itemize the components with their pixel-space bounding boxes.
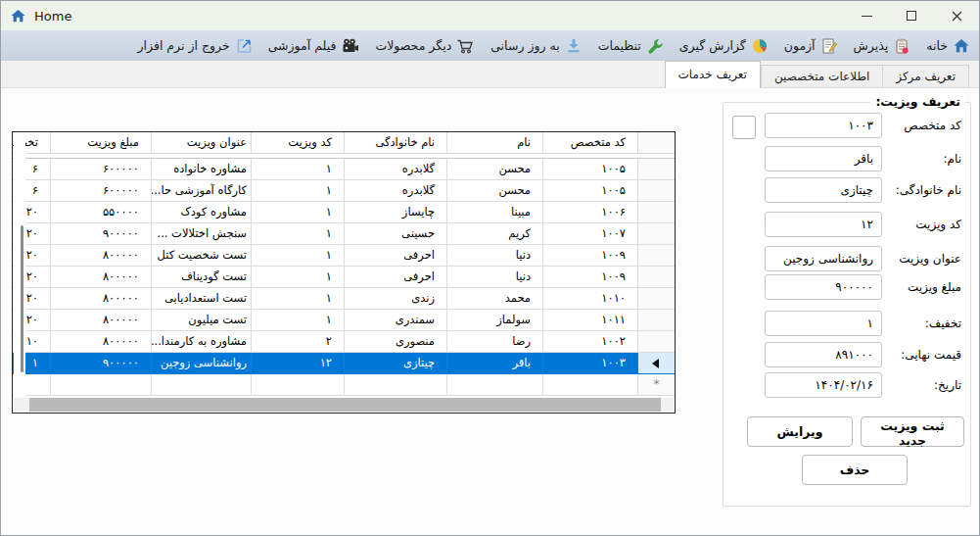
specialist-code-field[interactable] bbox=[765, 113, 882, 138]
submit-visit-button[interactable]: ثبت ویزیت جدید bbox=[861, 416, 964, 447]
table-row[interactable]: ۱۰۰۳باقرچیتازی۱۲روانشناسی زوجین۹۰۰۰۰۰۱ bbox=[12, 353, 675, 374]
delete-button[interactable]: حذف bbox=[802, 455, 908, 485]
table-cell[interactable]: ۸۰۰۰۰۰ bbox=[50, 245, 151, 267]
table-cell[interactable]: باقر bbox=[446, 353, 542, 374]
table-cell[interactable]: سمندری bbox=[344, 310, 446, 331]
visit-code-field[interactable] bbox=[765, 212, 882, 237]
table-row[interactable]: ۱۰۰۶مبیناچایساز۱مشاوره کودک۵۵۰۰۰۰۲۰ bbox=[12, 202, 675, 223]
table-row[interactable]: ۱۰۰۵محسنگلابدره۱مشاوره خانواده۶۰۰۰۰۰۶ bbox=[12, 159, 675, 180]
table-cell[interactable]: ۸۰۰۰۰۰ bbox=[50, 310, 151, 331]
table-cell[interactable]: کریم bbox=[446, 223, 542, 245]
horizontal-scrollbar-thumb[interactable] bbox=[29, 398, 661, 412]
maximize-button[interactable] bbox=[889, 1, 934, 30]
row-header[interactable] bbox=[637, 223, 675, 245]
vertical-scrollbar[interactable] bbox=[14, 133, 25, 397]
table-cell[interactable]: ۱۰۰۹ bbox=[542, 245, 637, 267]
table-cell[interactable]: ۸۰۰۰۰۰ bbox=[50, 267, 151, 288]
table-cell[interactable]: محسن bbox=[446, 180, 542, 202]
toolbar-item-video[interactable]: فیلم آموزشی bbox=[268, 37, 360, 55]
edit-button[interactable]: ویرایش bbox=[747, 416, 853, 447]
table-cell[interactable]: ۱۰۰۲ bbox=[542, 331, 637, 353]
table-cell[interactable]: ۹۰۰۰۰۰ bbox=[50, 353, 151, 374]
toolbar-item-update[interactable]: به روز رسانی bbox=[490, 37, 582, 55]
table-cell[interactable]: ۱ bbox=[251, 288, 344, 310]
table-cell[interactable]: کارگاه آموزشی حا... bbox=[151, 180, 251, 202]
row-header[interactable] bbox=[637, 310, 675, 331]
table-cell[interactable]: ۱۰۰۳ bbox=[542, 353, 637, 374]
final-price-field[interactable] bbox=[765, 342, 882, 367]
row-header[interactable] bbox=[637, 353, 675, 374]
last-name-field[interactable] bbox=[765, 177, 882, 203]
first-name-field[interactable] bbox=[765, 146, 882, 171]
table-cell[interactable]: ۸۰۰۰۰۰ bbox=[50, 331, 151, 353]
table-row[interactable]: ۱۰۱۰محمدزندی۱تست استعدادیابی۸۰۰۰۰۰۲۰ bbox=[12, 288, 675, 310]
table-cell[interactable]: ۱ bbox=[251, 202, 344, 223]
column-header-name[interactable]: نام bbox=[446, 132, 542, 154]
table-cell[interactable]: دنیا bbox=[446, 267, 542, 288]
new-row-header[interactable]: * bbox=[637, 374, 675, 396]
specialist-checkbox[interactable] bbox=[732, 116, 756, 139]
table-cell[interactable]: ۸۰۰۰۰۰ bbox=[50, 288, 151, 310]
table-cell[interactable]: سولماز bbox=[446, 310, 542, 331]
column-header-visit-title[interactable]: عنوان ویزیت bbox=[151, 132, 251, 154]
table-row[interactable]: ۱۰۱۱سولمازسمندری۱تست میلیون۸۰۰۰۰۰۲۰ bbox=[12, 310, 675, 331]
row-header[interactable] bbox=[637, 245, 675, 267]
table-cell[interactable]: مبینا bbox=[446, 202, 542, 223]
toolbar-item-exam[interactable]: آزمون bbox=[784, 37, 838, 55]
vertical-scrollbar-thumb[interactable] bbox=[21, 225, 23, 372]
table-cell[interactable]: ۱۰۰۷ bbox=[542, 223, 637, 245]
table-cell[interactable]: دنیا bbox=[446, 245, 542, 267]
table-cell[interactable]: مشاوره کودک bbox=[151, 202, 251, 223]
table-cell[interactable]: روانشناسی زوجین bbox=[151, 353, 251, 374]
table-cell[interactable]: ۱۰۰۵ bbox=[542, 159, 637, 180]
new-row[interactable]: * bbox=[12, 374, 675, 396]
table-cell[interactable]: ۱ bbox=[251, 180, 344, 202]
table-cell[interactable]: چایساز bbox=[344, 202, 446, 223]
table-cell[interactable]: تست گودیناف bbox=[151, 267, 251, 288]
table-cell[interactable]: سنجش اختلالات ... bbox=[151, 223, 251, 245]
table-cell[interactable]: گلابدره bbox=[344, 180, 446, 202]
table-cell[interactable]: ۱۰۰۶ bbox=[542, 202, 637, 223]
row-header[interactable] bbox=[637, 180, 675, 202]
table-cell[interactable]: ۱۰۰۹ bbox=[542, 267, 637, 288]
table-cell[interactable]: احرفی bbox=[344, 267, 446, 288]
minimize-button[interactable] bbox=[844, 1, 889, 30]
tab-specialists-info[interactable]: اطلاعات متخصصین bbox=[761, 65, 882, 87]
table-cell[interactable]: تست شخصیت کتل bbox=[151, 245, 251, 267]
table-cell[interactable]: مشاوره به کارمندا... bbox=[151, 331, 251, 353]
close-button[interactable] bbox=[934, 1, 979, 30]
column-header-specialist-code[interactable]: کد متخصص bbox=[542, 132, 637, 154]
visit-amount-field[interactable] bbox=[765, 274, 882, 300]
table-row[interactable]: ۱۰۰۷کریمحسینی۱سنجش اختلالات ...۹۰۰۰۰۰۲۰ bbox=[12, 223, 675, 245]
table-cell[interactable]: زندی bbox=[344, 288, 446, 310]
table-row[interactable]: ۱۰۰۹دنیااحرفی۱تست شخصیت کتل۸۰۰۰۰۰۲۰ bbox=[12, 245, 675, 267]
row-header[interactable] bbox=[637, 267, 675, 288]
toolbar-item-admission[interactable]: پذیرش bbox=[854, 37, 911, 55]
table-cell[interactable]: محمد bbox=[446, 288, 542, 310]
table-cell[interactable]: ۱ bbox=[251, 310, 344, 331]
table-cell[interactable]: رضا bbox=[446, 331, 542, 353]
row-header[interactable] bbox=[637, 331, 675, 353]
table-cell[interactable]: ۹۰۰۰۰۰ bbox=[50, 223, 151, 245]
table-row[interactable]: ۱۰۰۲رضامنصوری۲مشاوره به کارمندا...۸۰۰۰۰۰… bbox=[12, 331, 675, 353]
horizontal-scrollbar[interactable] bbox=[14, 398, 674, 412]
table-cell[interactable]: ۱ bbox=[251, 245, 344, 267]
table-cell[interactable]: ۱ bbox=[251, 223, 344, 245]
table-cell[interactable]: تست استعدادیابی bbox=[151, 288, 251, 310]
table-cell[interactable]: ۶۰۰۰۰۰ bbox=[50, 180, 151, 202]
table-cell[interactable]: محسن bbox=[446, 159, 542, 180]
table-cell[interactable]: ۱ bbox=[251, 159, 344, 180]
discount-field[interactable] bbox=[765, 311, 882, 336]
toolbar-item-reports[interactable]: گزارش گیری bbox=[679, 37, 769, 55]
toolbar-item-home[interactable]: خانه bbox=[926, 37, 970, 55]
table-cell[interactable]: گلابدره bbox=[344, 159, 446, 180]
column-header-visit-code[interactable]: کد ویزیت bbox=[251, 132, 344, 154]
table-cell[interactable]: ۲ bbox=[251, 331, 344, 353]
table-cell[interactable]: ۶۰۰۰۰۰ bbox=[50, 159, 151, 180]
table-cell[interactable]: تست میلیون bbox=[151, 310, 251, 331]
toolbar-item-exit[interactable]: خروج از نرم افزار bbox=[138, 37, 253, 55]
table-row[interactable]: ۱۰۰۹دنیااحرفی۱تست گودیناف۸۰۰۰۰۰۲۰ bbox=[12, 267, 675, 288]
table-cell[interactable]: حسینی bbox=[344, 223, 446, 245]
tab-define-services[interactable]: تعریف خدمات bbox=[665, 61, 761, 88]
table-cell[interactable]: ۱ bbox=[251, 267, 344, 288]
